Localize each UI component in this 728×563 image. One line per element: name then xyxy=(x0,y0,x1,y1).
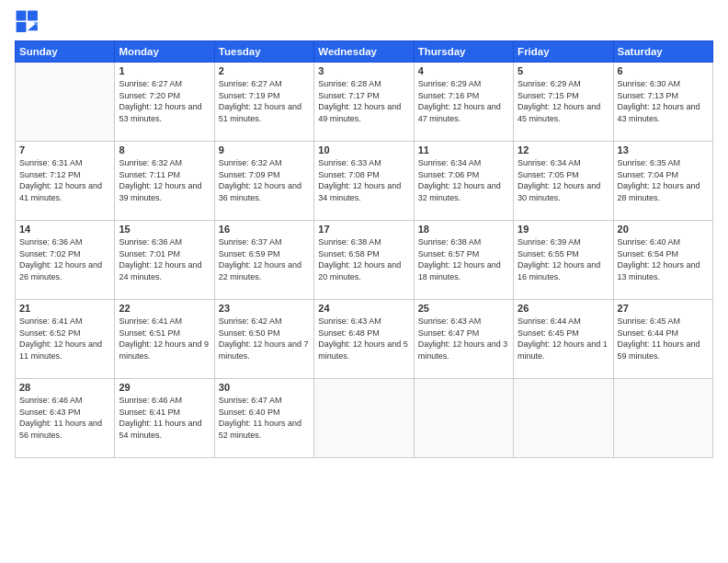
calendar-cell: 19Sunrise: 6:39 AMSunset: 6:55 PMDayligh… xyxy=(514,221,613,300)
weekday-sunday: Sunday xyxy=(16,41,115,63)
calendar-cell xyxy=(314,379,414,458)
day-number: 1 xyxy=(119,65,210,76)
cell-info: Sunrise: 6:42 AMSunset: 6:50 PMDaylight:… xyxy=(219,316,310,362)
week-row-4: 21Sunrise: 6:41 AMSunset: 6:52 PMDayligh… xyxy=(16,300,713,379)
cell-info: Sunrise: 6:39 AMSunset: 6:55 PMDaylight:… xyxy=(518,236,609,282)
day-number: 11 xyxy=(418,144,509,155)
week-row-2: 7Sunrise: 6:31 AMSunset: 7:12 PMDaylight… xyxy=(16,142,713,221)
calendar-cell: 1Sunrise: 6:27 AMSunset: 7:20 PMDaylight… xyxy=(115,63,214,142)
svg-rect-3 xyxy=(17,22,27,32)
logo-icon xyxy=(15,9,40,35)
day-number: 3 xyxy=(318,65,409,76)
page-header xyxy=(15,9,713,35)
calendar-cell: 13Sunrise: 6:35 AMSunset: 7:04 PMDayligh… xyxy=(613,142,712,221)
week-row-5: 28Sunrise: 6:46 AMSunset: 6:43 PMDayligh… xyxy=(16,379,713,458)
cell-info: Sunrise: 6:32 AMSunset: 7:11 PMDaylight:… xyxy=(119,157,210,203)
cell-info: Sunrise: 6:47 AMSunset: 6:40 PMDaylight:… xyxy=(219,395,310,441)
calendar-cell: 10Sunrise: 6:33 AMSunset: 7:08 PMDayligh… xyxy=(314,142,414,221)
cell-info: Sunrise: 6:41 AMSunset: 6:52 PMDaylight:… xyxy=(19,316,110,362)
calendar-table: SundayMondayTuesdayWednesdayThursdayFrid… xyxy=(15,40,713,458)
calendar-cell: 9Sunrise: 6:32 AMSunset: 7:09 PMDaylight… xyxy=(214,142,313,221)
cell-info: Sunrise: 6:27 AMSunset: 7:19 PMDaylight:… xyxy=(219,78,310,124)
calendar-cell: 6Sunrise: 6:30 AMSunset: 7:13 PMDaylight… xyxy=(613,63,712,142)
cell-info: Sunrise: 6:31 AMSunset: 7:12 PMDaylight:… xyxy=(19,157,110,203)
day-number: 26 xyxy=(518,303,609,314)
cell-info: Sunrise: 6:36 AMSunset: 7:01 PMDaylight:… xyxy=(119,236,210,282)
calendar-cell: 25Sunrise: 6:43 AMSunset: 6:47 PMDayligh… xyxy=(414,300,513,379)
cell-info: Sunrise: 6:28 AMSunset: 7:17 PMDaylight:… xyxy=(318,78,409,124)
week-row-1: 1Sunrise: 6:27 AMSunset: 7:20 PMDaylight… xyxy=(16,63,713,142)
calendar-cell: 20Sunrise: 6:40 AMSunset: 6:54 PMDayligh… xyxy=(613,221,712,300)
cell-info: Sunrise: 6:30 AMSunset: 7:13 PMDaylight:… xyxy=(618,78,709,124)
calendar-cell: 15Sunrise: 6:36 AMSunset: 7:01 PMDayligh… xyxy=(115,221,214,300)
weekday-monday: Monday xyxy=(115,41,214,63)
cell-info: Sunrise: 6:38 AMSunset: 6:58 PMDaylight:… xyxy=(318,236,409,282)
cell-info: Sunrise: 6:32 AMSunset: 7:09 PMDaylight:… xyxy=(219,157,310,203)
day-number: 15 xyxy=(119,224,210,235)
day-number: 13 xyxy=(618,144,709,155)
weekday-saturday: Saturday xyxy=(613,41,712,63)
day-number: 24 xyxy=(318,303,409,314)
cell-info: Sunrise: 6:41 AMSunset: 6:51 PMDaylight:… xyxy=(119,316,210,362)
weekday-header-row: SundayMondayTuesdayWednesdayThursdayFrid… xyxy=(16,41,713,63)
calendar-cell xyxy=(514,379,613,458)
cell-info: Sunrise: 6:33 AMSunset: 7:08 PMDaylight:… xyxy=(318,157,409,203)
calendar-cell: 21Sunrise: 6:41 AMSunset: 6:52 PMDayligh… xyxy=(16,300,115,379)
calendar-cell: 3Sunrise: 6:28 AMSunset: 7:17 PMDaylight… xyxy=(314,63,414,142)
cell-info: Sunrise: 6:38 AMSunset: 6:57 PMDaylight:… xyxy=(418,236,509,282)
svg-rect-1 xyxy=(17,11,27,21)
day-number: 10 xyxy=(318,144,409,155)
day-number: 28 xyxy=(19,382,110,393)
day-number: 7 xyxy=(19,144,110,155)
day-number: 19 xyxy=(518,224,609,235)
calendar-cell: 2Sunrise: 6:27 AMSunset: 7:19 PMDaylight… xyxy=(214,63,313,142)
calendar-cell: 28Sunrise: 6:46 AMSunset: 6:43 PMDayligh… xyxy=(16,379,115,458)
day-number: 14 xyxy=(19,224,110,235)
calendar-cell xyxy=(414,379,513,458)
cell-info: Sunrise: 6:45 AMSunset: 6:44 PMDaylight:… xyxy=(618,316,709,362)
cell-info: Sunrise: 6:43 AMSunset: 6:48 PMDaylight:… xyxy=(318,316,409,362)
logo xyxy=(15,9,44,35)
weekday-friday: Friday xyxy=(514,41,613,63)
day-number: 22 xyxy=(119,303,210,314)
calendar-cell: 14Sunrise: 6:36 AMSunset: 7:02 PMDayligh… xyxy=(16,221,115,300)
calendar-cell xyxy=(613,379,712,458)
cell-info: Sunrise: 6:43 AMSunset: 6:47 PMDaylight:… xyxy=(418,316,509,362)
cell-info: Sunrise: 6:46 AMSunset: 6:43 PMDaylight:… xyxy=(19,395,110,441)
cell-info: Sunrise: 6:36 AMSunset: 7:02 PMDaylight:… xyxy=(19,236,110,282)
day-number: 30 xyxy=(219,382,310,393)
week-row-3: 14Sunrise: 6:36 AMSunset: 7:02 PMDayligh… xyxy=(16,221,713,300)
day-number: 27 xyxy=(618,303,709,314)
day-number: 18 xyxy=(418,224,509,235)
weekday-tuesday: Tuesday xyxy=(214,41,313,63)
calendar-cell: 5Sunrise: 6:29 AMSunset: 7:15 PMDaylight… xyxy=(514,63,613,142)
day-number: 8 xyxy=(119,144,210,155)
cell-info: Sunrise: 6:35 AMSunset: 7:04 PMDaylight:… xyxy=(618,157,709,203)
calendar-cell: 30Sunrise: 6:47 AMSunset: 6:40 PMDayligh… xyxy=(214,379,313,458)
calendar-cell: 16Sunrise: 6:37 AMSunset: 6:59 PMDayligh… xyxy=(214,221,313,300)
cell-info: Sunrise: 6:37 AMSunset: 6:59 PMDaylight:… xyxy=(219,236,310,282)
calendar-cell: 29Sunrise: 6:46 AMSunset: 6:41 PMDayligh… xyxy=(115,379,214,458)
day-number: 16 xyxy=(219,224,310,235)
day-number: 21 xyxy=(19,303,110,314)
calendar-cell: 8Sunrise: 6:32 AMSunset: 7:11 PMDaylight… xyxy=(115,142,214,221)
day-number: 17 xyxy=(318,224,409,235)
cell-info: Sunrise: 6:34 AMSunset: 7:05 PMDaylight:… xyxy=(518,157,609,203)
day-number: 25 xyxy=(418,303,509,314)
day-number: 20 xyxy=(618,224,709,235)
calendar-cell: 7Sunrise: 6:31 AMSunset: 7:12 PMDaylight… xyxy=(16,142,115,221)
calendar-cell: 27Sunrise: 6:45 AMSunset: 6:44 PMDayligh… xyxy=(613,300,712,379)
calendar-cell: 18Sunrise: 6:38 AMSunset: 6:57 PMDayligh… xyxy=(414,221,513,300)
calendar-cell: 26Sunrise: 6:44 AMSunset: 6:45 PMDayligh… xyxy=(514,300,613,379)
calendar-cell: 17Sunrise: 6:38 AMSunset: 6:58 PMDayligh… xyxy=(314,221,414,300)
calendar-cell: 23Sunrise: 6:42 AMSunset: 6:50 PMDayligh… xyxy=(214,300,313,379)
day-number: 6 xyxy=(618,65,709,76)
cell-info: Sunrise: 6:40 AMSunset: 6:54 PMDaylight:… xyxy=(618,236,709,282)
cell-info: Sunrise: 6:44 AMSunset: 6:45 PMDaylight:… xyxy=(518,316,609,362)
day-number: 9 xyxy=(219,144,310,155)
cell-info: Sunrise: 6:27 AMSunset: 7:20 PMDaylight:… xyxy=(119,78,210,124)
calendar-cell xyxy=(16,63,115,142)
cell-info: Sunrise: 6:34 AMSunset: 7:06 PMDaylight:… xyxy=(418,157,509,203)
calendar-cell: 12Sunrise: 6:34 AMSunset: 7:05 PMDayligh… xyxy=(514,142,613,221)
calendar-cell: 22Sunrise: 6:41 AMSunset: 6:51 PMDayligh… xyxy=(115,300,214,379)
